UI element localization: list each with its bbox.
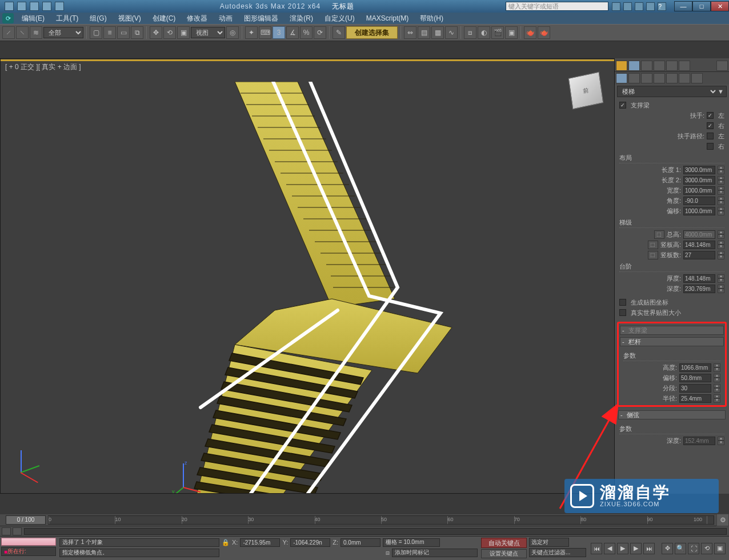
gen-mapcoords-checkbox[interactable]: [619, 299, 626, 306]
viewcube[interactable]: 前: [566, 70, 606, 110]
rendered-frame-icon[interactable]: ▣: [505, 26, 518, 39]
transform-gizmo[interactable]: zyx: [172, 459, 206, 494]
auto-key-button[interactable]: 自动关键点: [481, 538, 527, 548]
time-slider-thumb[interactable]: 0 / 100: [6, 515, 46, 525]
edit-named-sel-icon[interactable]: ✎: [333, 26, 345, 39]
rise-total-lock-icon[interactable]: ⬚: [654, 230, 664, 239]
create-helpers-icon[interactable]: [666, 73, 678, 83]
help-search-input[interactable]: 键入关键字或短语: [506, 2, 608, 11]
angle-snap-icon[interactable]: ∡: [286, 26, 299, 39]
tab-hierarchy-icon[interactable]: [641, 61, 652, 71]
menu-animation[interactable]: 动画: [213, 13, 238, 24]
schematic-view-icon[interactable]: ⧈: [464, 26, 476, 39]
trackbar-filter-icon[interactable]: [13, 527, 22, 535]
realworld-map-checkbox[interactable]: [619, 309, 626, 316]
handrail-left-checkbox[interactable]: [707, 112, 714, 119]
infocenter-icon[interactable]: [612, 2, 620, 11]
key-filters-button[interactable]: 关键点过滤器...: [529, 548, 586, 557]
select-move-icon[interactable]: ✥: [150, 26, 162, 39]
select-object-icon[interactable]: ▢: [90, 26, 102, 39]
prev-frame-icon[interactable]: ◀: [604, 543, 615, 554]
menu-help[interactable]: 帮助(H): [414, 13, 449, 24]
signin-icon[interactable]: [623, 2, 632, 11]
rail-offset-spinner[interactable]: 50.8mm: [679, 374, 711, 382]
object-type-dropdown[interactable]: 楼梯▼: [617, 86, 727, 97]
unlink-icon[interactable]: ⟍: [16, 26, 29, 39]
angle-spinner[interactable]: -90.0: [683, 197, 715, 205]
menu-edit[interactable]: 编辑(E): [16, 13, 50, 24]
viewport-label[interactable]: [ + 0 正交 ][ 真实 + 边面 ]: [5, 62, 81, 72]
material-editor-icon[interactable]: ◐: [478, 26, 490, 39]
rail-radius-spinner[interactable]: 25.4mm: [679, 394, 711, 403]
tab-utilities-icon[interactable]: [679, 61, 690, 71]
mirror-icon[interactable]: ⇔: [404, 26, 416, 39]
step-thickness-spinner[interactable]: 148.148m: [683, 274, 715, 283]
time-ruler[interactable]: 0 10 20 30 40 50 60 70 80 90 100: [48, 515, 714, 525]
window-close-button[interactable]: ✕: [711, 1, 729, 11]
select-scale-icon[interactable]: ▣: [177, 26, 190, 39]
tab-display-icon[interactable]: [666, 61, 678, 71]
tab-hammer-icon[interactable]: [716, 61, 728, 71]
create-geometry-icon[interactable]: [616, 73, 627, 83]
set-key-button[interactable]: 设置关键点: [481, 549, 527, 558]
tab-modify-icon[interactable]: [628, 61, 640, 71]
qat-undo-icon[interactable]: [42, 2, 51, 11]
coord-z-field[interactable]: 0.0mm: [341, 538, 380, 547]
exchange-icon[interactable]: [635, 2, 643, 11]
application-button[interactable]: ⟳: [2, 13, 14, 23]
create-lights-icon[interactable]: [641, 73, 652, 83]
side-rollup-head[interactable]: 侧弦: [618, 410, 726, 419]
stringer-rollup-cut[interactable]: 支撑梁: [620, 326, 724, 335]
rise-count-lock-icon[interactable]: ⬚: [648, 251, 658, 259]
select-rotate-icon[interactable]: ⟲: [163, 26, 176, 39]
zoom-icon[interactable]: 🔍: [675, 543, 686, 554]
align-icon[interactable]: ▤: [418, 26, 430, 39]
qat-open-icon[interactable]: [17, 2, 26, 11]
favorites-icon[interactable]: [646, 2, 655, 11]
tab-create-icon[interactable]: [616, 61, 627, 71]
railing-rollup-head[interactable]: 栏杆: [620, 337, 724, 346]
menu-maxscript[interactable]: MAXScript(M): [361, 13, 415, 24]
select-region-rect-icon[interactable]: ▭: [117, 26, 130, 39]
ref-coord-dropdown[interactable]: 视图: [191, 27, 225, 38]
step-depth-spinner[interactable]: 230.769m: [683, 285, 715, 293]
spinner-snap-icon[interactable]: ⟳: [314, 26, 326, 39]
pan-view-icon[interactable]: ✥: [662, 543, 673, 554]
tab-motion-icon[interactable]: [654, 61, 665, 71]
menu-group[interactable]: 组(G): [84, 13, 112, 24]
riser-count-spinner[interactable]: 27: [683, 251, 715, 259]
rail-height-spinner[interactable]: 1066.8mm: [679, 363, 711, 372]
qat-save-icon[interactable]: [30, 2, 39, 11]
selection-filter-dropdown[interactable]: 全部: [43, 27, 83, 38]
render-setup-icon[interactable]: 🎬: [491, 26, 504, 39]
add-time-tag[interactable]: 添加时间标记: [392, 549, 478, 557]
rise-total-spinner[interactable]: 4000.0mm: [683, 230, 715, 239]
script-mini-listener[interactable]: [1, 538, 56, 546]
time-tag-icon[interactable]: ⧇: [386, 549, 390, 557]
menu-views[interactable]: 视图(V): [113, 13, 147, 24]
railpath-right-checkbox[interactable]: [707, 143, 714, 150]
menu-grapheditors[interactable]: 图形编辑器: [238, 13, 284, 24]
maximize-viewport-icon[interactable]: ▣: [714, 543, 726, 554]
snap-toggle-icon[interactable]: 3: [273, 26, 285, 39]
menu-customize[interactable]: 自定义(U): [319, 13, 361, 24]
qat-new-icon[interactable]: [5, 2, 14, 11]
length2-spinner[interactable]: 3000.0mm: [683, 176, 715, 185]
help-icon[interactable]: ?: [658, 2, 666, 11]
time-slider-bar[interactable]: 0 / 100 0 10 20 30 40 50 60 70 80 90 100…: [0, 514, 729, 526]
pivot-center-icon[interactable]: ◎: [226, 26, 239, 39]
link-icon[interactable]: ⟋: [2, 26, 15, 39]
coord-x-field[interactable]: -2715.95m: [240, 538, 280, 547]
viewport[interactable]: [ + 0 正交 ][ 真实 + 边面 ] 前: [0, 58, 615, 494]
create-systems-icon[interactable]: [691, 73, 703, 83]
next-frame-icon[interactable]: ▶: [630, 543, 642, 554]
track-bar[interactable]: [0, 526, 729, 536]
bind-icon[interactable]: ≋: [30, 26, 42, 39]
menu-rendering[interactable]: 渲染(R): [284, 13, 319, 24]
layout-offset-spinner[interactable]: 1000.0mm: [683, 207, 715, 215]
create-shapes-icon[interactable]: [628, 73, 640, 83]
stringer-checkbox[interactable]: [619, 102, 626, 109]
curve-editor-icon[interactable]: ∿: [445, 26, 458, 39]
menu-create[interactable]: 创建(C): [147, 13, 182, 24]
railpath-left-checkbox[interactable]: [707, 133, 714, 139]
